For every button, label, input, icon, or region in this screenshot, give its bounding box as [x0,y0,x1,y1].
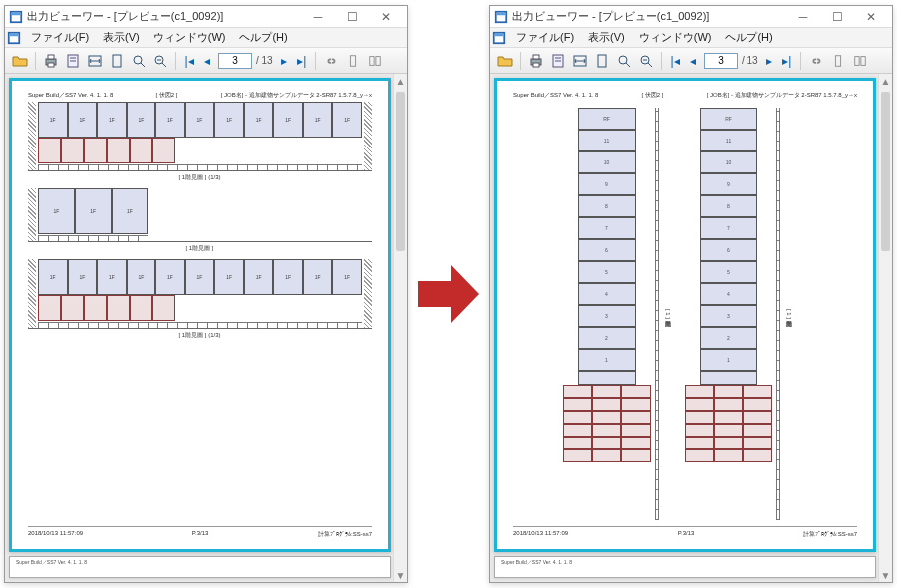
scroll-up-icon[interactable]: ▲ [394,74,407,88]
zoom-out-icon[interactable] [151,52,169,70]
toolbar: |◂ ◂ / 13 ▸ ▸| [5,48,407,74]
ground-cell [685,437,714,449]
elev-cell: 10 [700,151,757,173]
unit-cell: 1F [214,259,244,295]
ground-cell [563,398,592,411]
separator [35,52,36,70]
separator [661,52,662,70]
titlebar: 出力ビューワー - [プレビュー(c1_0092)] ─ ☐ ✕ [490,6,892,28]
close-button[interactable]: ✕ [369,7,403,27]
close-button[interactable]: ✕ [854,7,888,27]
separator [520,52,521,70]
ground-cell [621,411,650,424]
header-left: Super Build／SS7 Ver. 4. 1. 1. 8 [513,91,598,100]
elev-cell: 1 [578,349,636,371]
ground-cell [107,138,130,163]
elevation-column: RF 11 10 9 8 7 6 5 4 3 2 1 [700,108,793,520]
first-page-button[interactable]: |◂ [668,54,682,68]
facing-pages-icon[interactable] [851,52,869,70]
first-page-button[interactable]: |◂ [182,54,196,68]
elev-cell: 1 [700,349,757,371]
zoom-icon[interactable] [615,52,633,70]
scroll-thumb[interactable] [396,92,405,251]
single-page-icon[interactable] [344,52,362,70]
separator [800,52,801,70]
zoom-icon[interactable] [130,52,148,70]
print-icon[interactable] [527,52,545,70]
menu-window[interactable]: ウィンドウ(W) [148,28,232,47]
separator [175,52,176,70]
unit-cell: 1F [97,102,127,138]
scroll-thumb[interactable] [881,92,890,251]
vertical-scrollbar[interactable]: ▲ ▼ [878,74,892,582]
svg-line-40 [648,63,652,67]
elev-cell: 9 [578,173,636,195]
page-setup-icon[interactable] [549,52,567,70]
next-page-button[interactable]: ▸ [277,54,291,68]
fit-page-icon[interactable] [108,52,126,70]
elev-cell: RF [700,108,757,130]
menu-help[interactable]: ヘルプ(H) [719,28,778,47]
open-icon[interactable] [496,52,514,70]
last-page-button[interactable]: ▸| [295,54,309,68]
elevation-label: [ 1階見圖 ] [784,309,793,319]
ground-cell [743,424,771,437]
svg-rect-43 [861,56,865,65]
svg-rect-20 [369,56,373,65]
footer-date: 2018/10/13 11:57:09 [28,530,83,539]
zoom-out-icon[interactable] [637,52,655,70]
next-page-button[interactable]: ▸ [762,54,776,68]
footer-date: 2018/10/13 11:57:09 [513,530,568,539]
minimize-button[interactable]: ─ [786,7,820,27]
scroll-down-icon[interactable]: ▼ [394,568,407,582]
arrow-icon [418,259,479,329]
unit-cell: 1F [273,259,303,295]
print-icon[interactable] [42,52,60,70]
ground-cell [621,385,650,398]
unit-cell: 1F [332,102,362,138]
ground-cell [563,385,592,398]
page-setup-icon[interactable] [64,52,82,70]
fit-width-icon[interactable] [571,52,589,70]
minimize-button[interactable]: ─ [301,7,335,27]
dimension-line-vertical [655,108,659,520]
prev-page-button[interactable]: ◂ [686,54,700,68]
page-number-input[interactable] [704,53,738,69]
elev-cell: 8 [578,195,636,217]
link-icon[interactable] [807,52,825,70]
maximize-button[interactable]: ☐ [335,7,369,27]
menu-help[interactable]: ヘルプ(H) [233,28,293,47]
elev-cell: 11 [700,130,757,151]
dimension-line [38,235,148,241]
page-number-input[interactable] [218,53,252,69]
fit-page-icon[interactable] [593,52,611,70]
fit-width-icon[interactable] [86,52,104,70]
facing-pages-icon[interactable] [366,52,384,70]
ground-cell [714,449,743,462]
elev-cell: 11 [578,130,636,151]
last-page-button[interactable]: ▸| [780,54,794,68]
footer-page: P.3/13 [678,530,695,539]
header-center: [ 伏図2 ] [156,91,178,100]
single-page-icon[interactable] [829,52,847,70]
unit-cell: 1F [127,102,156,138]
elev-cell: 5 [700,261,757,283]
svg-rect-13 [113,55,121,67]
ground-cell [592,437,621,449]
unit-cell: 1F [155,102,185,138]
menu-file[interactable]: ファイル(F) [510,28,580,47]
prev-page-button[interactable]: ◂ [200,54,214,68]
vertical-scrollbar[interactable]: ▲ ▼ [393,74,407,582]
menu-view[interactable]: 表示(V) [97,28,146,47]
scroll-down-icon[interactable]: ▼ [879,568,892,582]
menu-file[interactable]: ファイル(F) [25,28,95,47]
title-text: 出力ビューワー - [プレビュー(c1_0092)] [27,9,301,24]
maximize-button[interactable]: ☐ [820,7,854,27]
menu-window[interactable]: ウィンドウ(W) [633,28,718,47]
scroll-up-icon[interactable]: ▲ [879,74,892,88]
link-icon[interactable] [322,52,340,70]
menubar: ファイル(F) 表示(V) ウィンドウ(W) ヘルプ(H) [490,28,892,48]
menu-view[interactable]: 表示(V) [582,28,631,47]
svg-rect-30 [533,63,539,67]
open-icon[interactable] [11,52,29,70]
